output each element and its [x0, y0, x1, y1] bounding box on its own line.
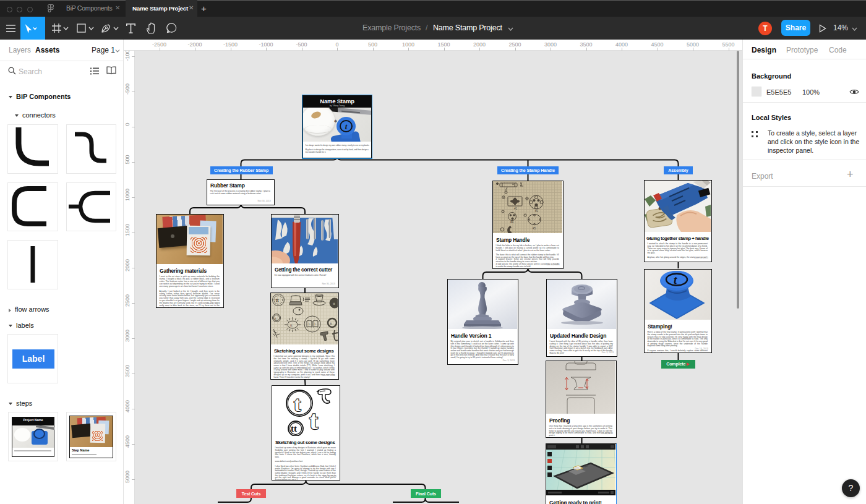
svg-text:t: t [674, 273, 677, 286]
svg-text:tt: tt [333, 302, 335, 305]
svg-text:tt: tt [275, 317, 277, 320]
svg-text:t: t [309, 322, 310, 326]
svg-text:t: t [315, 322, 316, 326]
svg-text:#2: #2 [535, 210, 539, 213]
svg-text:tt: tt [291, 424, 297, 434]
svg-text:tt: tt [290, 323, 293, 327]
svg-text:t: t [294, 393, 301, 416]
svg-text:#1: #1 [514, 207, 518, 210]
svg-text:#5: #5 [533, 227, 536, 230]
svg-text:#4: #4 [510, 221, 514, 224]
svg-text:t: t [309, 406, 318, 435]
svg-text:tt: tt [330, 322, 333, 325]
svg-text:tt: tt [276, 297, 279, 303]
